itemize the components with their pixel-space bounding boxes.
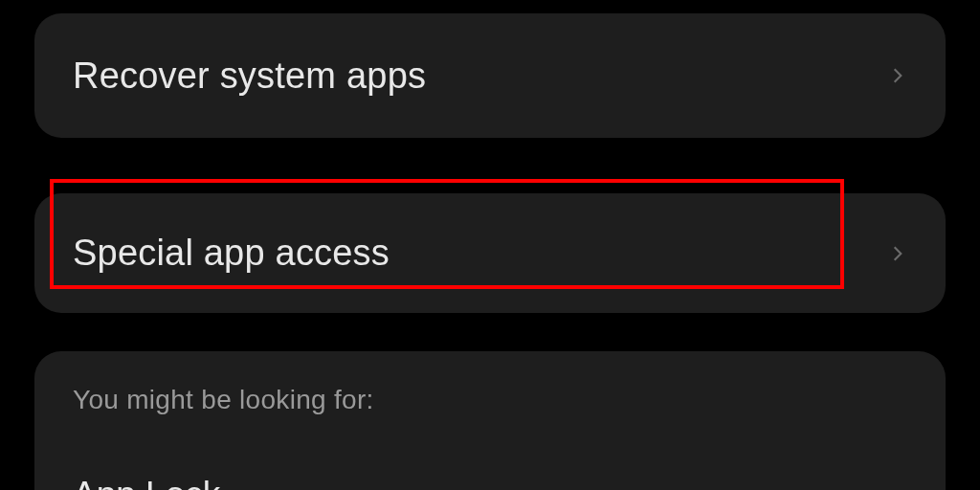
settings-item-label: Special app access (73, 233, 390, 274)
chevron-right-icon (888, 66, 907, 85)
suggestions-title: You might be looking for: (73, 385, 907, 415)
suggestions-card: You might be looking for: App Lock (34, 351, 946, 490)
suggestion-item-app-lock[interactable]: App Lock (73, 475, 907, 490)
settings-item-recover-system-apps[interactable]: Recover system apps (34, 13, 946, 138)
chevron-right-icon (888, 244, 907, 263)
settings-item-label: Recover system apps (73, 56, 426, 97)
settings-item-special-app-access[interactable]: Special app access (34, 193, 946, 313)
